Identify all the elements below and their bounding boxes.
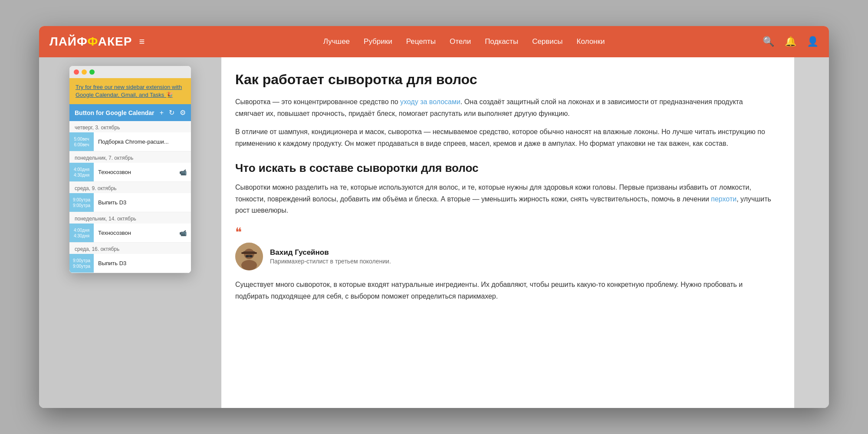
logo-text-2: АКЕР xyxy=(98,35,132,48)
event-title: Техносозвон 📹 xyxy=(94,163,191,181)
date-label-2: среда, 9. октябрь xyxy=(69,182,191,193)
add-event-icon[interactable]: + xyxy=(160,109,164,117)
svg-rect-3 xyxy=(241,252,257,254)
article-title: Как работает сыворотка для волос xyxy=(235,71,773,88)
popup-titlebar xyxy=(69,66,191,78)
sidebar-area: Try for free our new sidebar extension w… xyxy=(39,57,221,408)
site-logo: ЛАЙФФАКЕР xyxy=(49,35,132,49)
event-item[interactable]: 9:00утра 9:00утра Выпить D3 xyxy=(69,193,191,212)
event-item[interactable]: 4:00дня 4:30дня Техносозвон 📹 xyxy=(69,224,191,243)
date-section-0: четверг, 3. октябрь 5:00веч 6:00веч Подб… xyxy=(69,121,191,151)
date-label-4: среда, 16. октябрь xyxy=(69,243,191,254)
article-link-dandruff[interactable]: перхоти xyxy=(711,195,736,203)
date-section-2: среда, 9. октябрь 9:00утра 9:00утра Выпи… xyxy=(69,182,191,212)
hamburger-menu-icon[interactable]: ≡ xyxy=(139,36,145,47)
event-time: 5:00веч 6:00веч xyxy=(69,132,94,151)
main-content: Try for free our new sidebar extension w… xyxy=(39,57,829,408)
event-title: Выпить D3 xyxy=(94,254,191,273)
nav-actions: 🔍 🔔 👤 xyxy=(763,36,819,47)
calendar-popup: Try for free our new sidebar extension w… xyxy=(69,66,191,273)
event-time: 9:00утра 9:00утра xyxy=(69,193,94,212)
nav-link-recipes[interactable]: Рецепты xyxy=(406,37,436,46)
logo-text-1: ЛАЙФ xyxy=(49,35,88,48)
calendar-title: Button for Google Calendar xyxy=(75,109,155,116)
quote-section: ❝ xyxy=(235,225,773,270)
date-section-1: понедельник, 7. октябрь 4:00дня 4:30дня … xyxy=(69,151,191,182)
event-item[interactable]: 4:00дня 4:30дня Техносозвон 📹 xyxy=(69,163,191,182)
article-paragraph-3: Сыворотки можно разделить на те, которые… xyxy=(235,182,773,216)
logo-phi: Ф xyxy=(88,35,98,48)
calendar-actions: + ↻ ⚙ xyxy=(160,108,186,117)
nav-bar: ЛАЙФФАКЕР ≡ Лучшее Рубрики Рецепты Отели… xyxy=(39,26,829,57)
promo-banner[interactable]: Try for free our new sidebar extension w… xyxy=(69,78,191,104)
search-icon[interactable]: 🔍 xyxy=(763,36,774,47)
settings-icon[interactable]: ⚙ xyxy=(180,108,186,117)
date-label-3: понедельник, 14. октябрь xyxy=(69,212,191,224)
minimize-button[interactable] xyxy=(82,69,87,75)
event-title: Выпить D3 xyxy=(94,193,191,212)
article-area: Как работает сыворотка для волос Сыворот… xyxy=(221,57,794,408)
event-item[interactable]: 5:00веч 6:00веч Подборка Chrome-расши... xyxy=(69,132,191,151)
article-paragraph-2: В отличие от шампуня, кондиционера и мас… xyxy=(235,126,773,149)
nav-link-podcasts[interactable]: Подкасты xyxy=(485,37,518,46)
video-icon: 📹 xyxy=(179,169,187,176)
event-time: 9:00утра 9:00утра xyxy=(69,254,94,273)
browser-window: ЛАЙФФАКЕР ≡ Лучшее Рубрики Рецепты Отели… xyxy=(39,26,829,408)
refresh-icon[interactable]: ↻ xyxy=(169,108,174,117)
author-name: Вахид Гусейнов xyxy=(270,248,391,257)
author-block: Вахид Гусейнов Парикмахер-стилист в трет… xyxy=(235,243,773,270)
event-item[interactable]: 9:00утра 9:00утра Выпить D3 xyxy=(69,254,191,273)
article-paragraph-4: Существует много сывороток, в которые вх… xyxy=(235,279,773,302)
date-label-0: четверг, 3. октябрь xyxy=(69,121,191,132)
quote-mark-icon: ❝ xyxy=(235,225,773,239)
nav-link-rubrics[interactable]: Рубрики xyxy=(364,37,392,46)
nav-link-services[interactable]: Сервисы xyxy=(532,37,562,46)
right-sidebar xyxy=(794,57,829,408)
event-title: Техносозвон 📹 xyxy=(94,224,191,242)
svg-rect-5 xyxy=(246,256,249,257)
event-time: 4:00дня 4:30дня xyxy=(69,163,94,181)
main-nav: Лучшее Рубрики Рецепты Отели Подкасты Се… xyxy=(165,37,763,46)
video-icon: 📹 xyxy=(179,230,187,237)
article-link-hair-care[interactable]: уходу за волосами xyxy=(400,98,460,105)
nav-link-best[interactable]: Лучшее xyxy=(323,37,350,46)
calendar-header: Button for Google Calendar + ↻ ⚙ xyxy=(69,104,191,121)
maximize-button[interactable] xyxy=(89,69,95,75)
svg-point-4 xyxy=(241,260,257,270)
user-icon[interactable]: 👤 xyxy=(807,36,819,47)
author-info: Вахид Гусейнов Парикмахер-стилист в трет… xyxy=(270,248,391,265)
article-paragraph-1: Сыворотка — это концентрированное средст… xyxy=(235,96,773,119)
calendar-body: четверг, 3. октябрь 5:00веч 6:00веч Подб… xyxy=(69,121,191,273)
author-description: Парикмахер-стилист в третьем поколении. xyxy=(270,258,391,265)
date-section-3: понедельник, 14. октябрь 4:00дня 4:30дня… xyxy=(69,212,191,243)
svg-rect-6 xyxy=(249,256,253,257)
event-title: Подборка Chrome-расши... xyxy=(94,132,191,151)
nav-link-columns[interactable]: Колонки xyxy=(577,37,605,46)
notification-icon[interactable]: 🔔 xyxy=(785,36,796,47)
close-button[interactable] xyxy=(74,69,79,75)
event-time: 4:00дня 4:30дня xyxy=(69,224,94,242)
nav-link-hotels[interactable]: Отели xyxy=(450,37,471,46)
author-avatar xyxy=(235,243,263,270)
date-section-4: среда, 16. октябрь 9:00утра 9:00утра Вып… xyxy=(69,243,191,273)
article-subtitle: Что искать в составе сыворотки для волос xyxy=(235,161,773,175)
date-label-1: понедельник, 7. октябрь xyxy=(69,151,191,163)
